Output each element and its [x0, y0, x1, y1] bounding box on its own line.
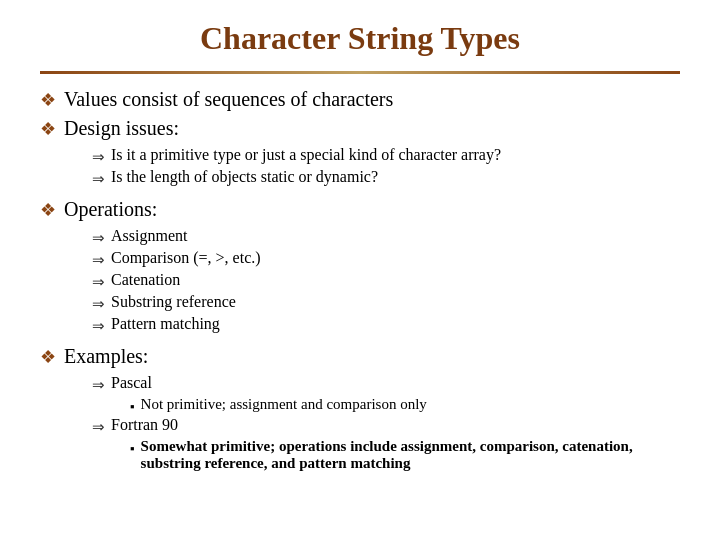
sub-item-text: Substring reference	[111, 293, 236, 311]
bullet-examples: ❖Examples:	[40, 345, 680, 368]
sub-item: ⇒Pascal	[92, 374, 680, 394]
sub-item-text: Pattern matching	[111, 315, 220, 333]
sub-sub-item: ▪Somewhat primitive; operations include …	[130, 438, 680, 472]
divider	[40, 71, 680, 74]
slide: Character String Types ❖Values consist o…	[0, 0, 720, 540]
diamond-icon: ❖	[40, 89, 56, 111]
sub-item: ⇒Substring reference	[92, 293, 680, 313]
sub-item: ⇒Comparison (=, >, etc.)	[92, 249, 680, 269]
bullet-text: Examples:	[64, 345, 148, 368]
bullet-text: Operations:	[64, 198, 157, 221]
bullet-operations: ❖Operations:	[40, 198, 680, 221]
sub-item: ⇒Assignment	[92, 227, 680, 247]
sub-item-text: Is it a primitive type or just a special…	[111, 146, 501, 164]
sub-sub-list: ▪Not primitive; assignment and compariso…	[130, 396, 680, 414]
arrow-icon: ⇒	[92, 317, 105, 335]
arrow-icon: ⇒	[92, 273, 105, 291]
bullet-text: Design issues:	[64, 117, 179, 140]
bullet-values: ❖Values consist of sequences of characte…	[40, 88, 680, 111]
bullet-text: Values consist of sequences of character…	[64, 88, 393, 111]
sub-sub-item-text: Somewhat primitive; operations include a…	[141, 438, 680, 472]
diamond-icon: ❖	[40, 346, 56, 368]
content: ❖Values consist of sequences of characte…	[40, 88, 680, 520]
arrow-icon: ⇒	[92, 295, 105, 313]
slide-title: Character String Types	[40, 20, 680, 57]
sub-item-text: Fortran 90	[111, 416, 178, 434]
sub-sub-item: ▪Not primitive; assignment and compariso…	[130, 396, 680, 414]
diamond-icon: ❖	[40, 118, 56, 140]
arrow-icon: ⇒	[92, 376, 105, 394]
sub-sub-item-text: Not primitive; assignment and comparison…	[141, 396, 427, 413]
arrow-icon: ⇒	[92, 251, 105, 269]
arrow-icon: ⇒	[92, 229, 105, 247]
sub-item-text: Catenation	[111, 271, 180, 289]
bullet-design: ❖Design issues:	[40, 117, 680, 140]
sub-list-examples: ⇒Pascal▪Not primitive; assignment and co…	[92, 374, 680, 474]
sub-item: ⇒Catenation	[92, 271, 680, 291]
sub-item-text: Comparison (=, >, etc.)	[111, 249, 261, 267]
arrow-icon: ⇒	[92, 170, 105, 188]
sub-list-design: ⇒Is it a primitive type or just a specia…	[92, 146, 680, 190]
diamond-icon: ❖	[40, 199, 56, 221]
sub-item: ⇒Fortran 90	[92, 416, 680, 436]
sub-item: ⇒Is the length of objects static or dyna…	[92, 168, 680, 188]
sub-sub-list: ▪Somewhat primitive; operations include …	[130, 438, 680, 472]
sub-item: ⇒Is it a primitive type or just a specia…	[92, 146, 680, 166]
sub-item: ⇒Pattern matching	[92, 315, 680, 335]
arrow-icon: ⇒	[92, 418, 105, 436]
sub-item-text: Is the length of objects static or dynam…	[111, 168, 378, 186]
sub-list-operations: ⇒Assignment⇒Comparison (=, >, etc.)⇒Cate…	[92, 227, 680, 337]
square-icon: ▪	[130, 441, 135, 456]
arrow-icon: ⇒	[92, 148, 105, 166]
sub-item-text: Pascal	[111, 374, 152, 392]
square-icon: ▪	[130, 399, 135, 414]
sub-item-text: Assignment	[111, 227, 187, 245]
